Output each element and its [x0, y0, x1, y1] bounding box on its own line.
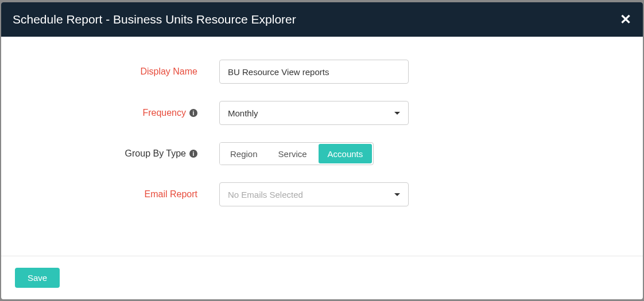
display-name-input[interactable] — [219, 60, 409, 84]
display-name-label: Display Name — [13, 67, 219, 77]
frequency-select[interactable]: Monthly — [219, 101, 409, 125]
frequency-value: Monthly — [228, 108, 394, 118]
modal-header: Schedule Report - Business Units Resourc… — [1, 2, 643, 37]
group-by-type-label-text: Group By Type — [125, 148, 186, 159]
display-name-control — [219, 60, 409, 84]
save-button[interactable]: Save — [15, 268, 60, 288]
group-by-type-control: Region Service Accounts — [219, 142, 374, 165]
email-report-placeholder: No Emails Selected — [228, 190, 394, 200]
frequency-control: Monthly — [219, 101, 409, 125]
frequency-label: Frequency i — [13, 108, 219, 118]
email-report-label: Email Report — [13, 189, 219, 200]
group-by-accounts-button[interactable]: Accounts — [319, 144, 373, 163]
group-by-type-buttons: Region Service Accounts — [219, 142, 374, 165]
schedule-report-modal: Schedule Report - Business Units Resourc… — [1, 2, 643, 299]
frequency-label-text: Frequency — [142, 108, 186, 118]
frequency-row: Frequency i Monthly — [13, 101, 631, 125]
email-report-control: No Emails Selected — [219, 182, 409, 206]
info-icon[interactable]: i — [189, 109, 197, 117]
email-report-select[interactable]: No Emails Selected — [219, 182, 409, 206]
chevron-down-icon — [394, 112, 400, 115]
modal-footer: Save — [1, 256, 643, 299]
display-name-row: Display Name — [13, 60, 631, 84]
group-by-type-label: Group By Type i — [13, 148, 219, 159]
group-by-region-button[interactable]: Region — [220, 143, 268, 165]
modal-title: Schedule Report - Business Units Resourc… — [13, 13, 296, 26]
chevron-down-icon — [394, 193, 400, 196]
close-icon: ✕ — [620, 11, 631, 27]
group-by-service-button[interactable]: Service — [268, 143, 317, 165]
email-report-row: Email Report No Emails Selected — [13, 182, 631, 206]
close-button[interactable]: ✕ — [620, 13, 631, 26]
modal-body: Display Name Frequency i Monthly Group B… — [1, 37, 643, 256]
group-by-type-row: Group By Type i Region Service Accounts — [13, 142, 631, 165]
info-icon[interactable]: i — [189, 150, 197, 158]
